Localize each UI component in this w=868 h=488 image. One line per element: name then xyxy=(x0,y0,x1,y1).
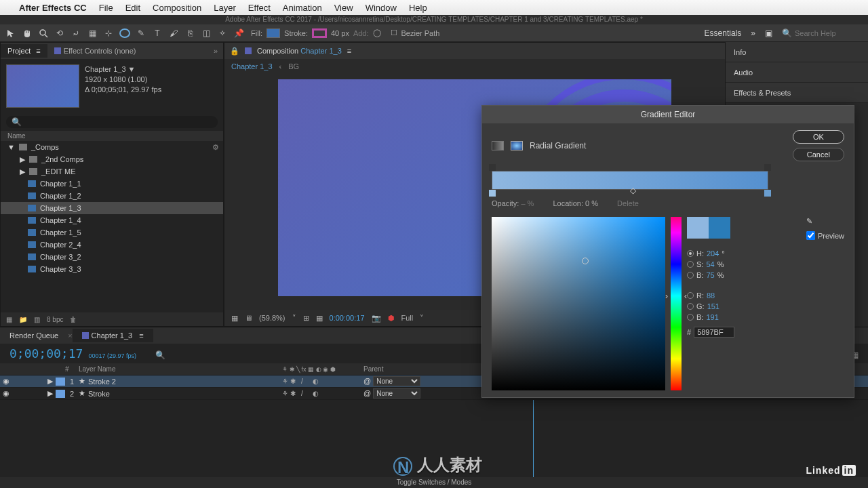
comp-item[interactable]: Chapter 3_3 xyxy=(1,263,223,275)
preview-checkbox[interactable] xyxy=(806,231,815,240)
name-column[interactable]: Name xyxy=(7,132,26,140)
layer-name[interactable]: Stroke xyxy=(88,390,282,398)
opacity-stop[interactable] xyxy=(489,164,496,171)
g-radio[interactable] xyxy=(687,303,694,310)
flowchart-icon[interactable]: ⚙ xyxy=(212,143,219,152)
color-cursor[interactable] xyxy=(582,258,589,264)
timeline-comp-tab[interactable]: Chapter 1_3≡ xyxy=(73,329,153,342)
color-swatch-old[interactable] xyxy=(687,217,709,239)
folder-edit-me[interactable]: ▶ _EDIT ME xyxy=(1,165,223,178)
comp-item[interactable]: Chapter 1_1 xyxy=(1,178,223,190)
comp-item[interactable]: Chapter 1_4 xyxy=(1,214,223,226)
midpoint-icon[interactable]: ◇ xyxy=(630,186,636,195)
h-value[interactable]: 204 xyxy=(707,249,719,258)
anchor-tool-icon[interactable]: ⊹ xyxy=(103,28,114,39)
search-help-input[interactable] xyxy=(795,29,863,37)
cancel-button[interactable]: Cancel xyxy=(793,148,844,161)
color-stop-end[interactable] xyxy=(764,190,771,197)
g-value[interactable]: 151 xyxy=(707,302,719,310)
zoom-tool-icon[interactable] xyxy=(38,28,49,39)
linear-gradient-icon[interactable] xyxy=(492,141,504,150)
opacity-value[interactable]: – % xyxy=(521,199,534,207)
camera-tool-icon[interactable]: ▦ xyxy=(87,28,98,39)
menu-help[interactable]: Help xyxy=(409,3,427,13)
effects-presets-panel[interactable]: Effects & Presets xyxy=(726,83,868,103)
bl-value[interactable]: 191 xyxy=(706,313,718,321)
clone-tool-icon[interactable]: ⎘ xyxy=(184,28,195,39)
hue-bar[interactable] xyxy=(671,217,682,390)
new-comp-icon[interactable]: ▥ xyxy=(34,316,40,323)
breadcrumb-bg[interactable]: BG xyxy=(288,62,299,70)
type-tool-icon[interactable]: T xyxy=(152,28,163,39)
s-value[interactable]: 54 xyxy=(706,260,714,268)
parent-dropdown[interactable]: None xyxy=(373,376,420,386)
bezier-path-toggle[interactable]: Bezier Path xyxy=(401,29,440,37)
eraser-tool-icon[interactable]: ◫ xyxy=(201,28,212,39)
b-value[interactable]: 75 xyxy=(706,271,714,279)
comp-item-selected[interactable]: Chapter 1_3 xyxy=(1,202,223,214)
playhead-line[interactable] xyxy=(533,400,534,477)
menu-composition[interactable]: Composition xyxy=(153,3,201,13)
menu-effect[interactable]: Effect xyxy=(248,3,271,13)
layer-color-label[interactable] xyxy=(56,390,65,398)
stroke-width[interactable]: 40 px xyxy=(331,29,349,37)
comp-item[interactable]: Chapter 2_4 xyxy=(1,239,223,251)
panel-overflow-icon[interactable]: » xyxy=(208,47,223,55)
hand-tool-icon[interactable] xyxy=(22,28,33,39)
alpha-icon[interactable]: ▦ xyxy=(231,314,238,323)
comp-tab-label[interactable]: Composition Chapter 1_3 xyxy=(257,47,342,55)
menu-file[interactable]: File xyxy=(99,3,113,13)
r-value[interactable]: 88 xyxy=(707,291,715,300)
ok-button[interactable]: OK xyxy=(793,130,844,144)
toggle-switches[interactable]: Toggle Switches / Modes xyxy=(0,477,868,488)
eyedropper-icon[interactable]: ✎ xyxy=(806,217,812,225)
display-icon[interactable]: 🖥 xyxy=(245,314,252,322)
project-tab[interactable]: Project≡ xyxy=(1,44,47,58)
interpret-icon[interactable]: ▦ xyxy=(6,316,12,323)
app-name[interactable]: After Effects CC xyxy=(19,3,87,13)
comp-thumbnail[interactable] xyxy=(6,64,79,108)
visibility-icon[interactable]: ◉ xyxy=(0,389,12,398)
project-tree[interactable]: ▼ _Comps⚙ ▶ _2nd Comps ▶ _EDIT ME Chapte… xyxy=(1,141,223,312)
roto-tool-icon[interactable]: ✧ xyxy=(217,28,228,39)
fill-swatch[interactable] xyxy=(267,28,280,38)
new-folder-icon[interactable]: 📁 xyxy=(19,316,27,323)
res-icon[interactable]: ⊞ xyxy=(303,314,309,323)
delete-stop-button[interactable]: Delete xyxy=(617,199,639,207)
effect-controls-tab[interactable]: Effect Controls (none) xyxy=(47,44,143,58)
grid-icon[interactable]: ▦ xyxy=(316,314,323,323)
color-stop-start[interactable] xyxy=(489,190,496,197)
r-radio[interactable] xyxy=(687,292,694,299)
folder-comps[interactable]: ▼ _Comps⚙ xyxy=(1,141,223,153)
bl-radio[interactable] xyxy=(687,314,694,321)
resolution-menu[interactable]: Full xyxy=(401,314,414,322)
overflow-icon[interactable]: » xyxy=(751,28,755,38)
col-number[interactable]: # xyxy=(65,365,79,373)
breadcrumb-current[interactable]: Chapter 1_3 xyxy=(231,62,273,70)
channel-icon[interactable]: ⬢ xyxy=(388,314,395,323)
parent-dropdown[interactable]: None xyxy=(373,388,420,399)
comp-item[interactable]: Chapter 1_5 xyxy=(1,226,223,239)
rotate-tool-icon[interactable]: ⤾ xyxy=(71,28,81,39)
menu-edit[interactable]: Edit xyxy=(125,3,140,13)
col-layer-name[interactable]: Layer Name xyxy=(79,365,282,373)
menu-layer[interactable]: Layer xyxy=(214,3,236,13)
project-search[interactable]: 🔍 xyxy=(6,116,218,128)
shape-tool-icon[interactable] xyxy=(119,28,130,39)
audio-panel[interactable]: Audio xyxy=(726,62,868,83)
hex-input[interactable] xyxy=(694,327,734,338)
visibility-icon[interactable]: ◉ xyxy=(0,377,12,386)
menu-window[interactable]: Window xyxy=(366,3,397,13)
folder-2nd-comps[interactable]: ▶ _2nd Comps xyxy=(1,153,223,165)
layer-name[interactable]: Stroke 2 xyxy=(88,378,282,386)
opacity-stop[interactable] xyxy=(764,164,771,171)
workspace-menu[interactable]: Essentials xyxy=(705,28,742,38)
breadcrumb-back-icon[interactable]: ‹ xyxy=(279,62,282,70)
orbit-tool-icon[interactable]: ⟲ xyxy=(54,28,65,39)
parent-pickwhip-icon[interactable]: @ xyxy=(363,389,371,397)
s-radio[interactable] xyxy=(687,261,694,268)
location-value[interactable]: 0 % xyxy=(585,199,598,207)
workspace-reset-icon[interactable]: ▣ xyxy=(765,28,772,38)
color-swatch-new[interactable] xyxy=(709,217,730,239)
stroke-swatch[interactable] xyxy=(312,28,327,38)
